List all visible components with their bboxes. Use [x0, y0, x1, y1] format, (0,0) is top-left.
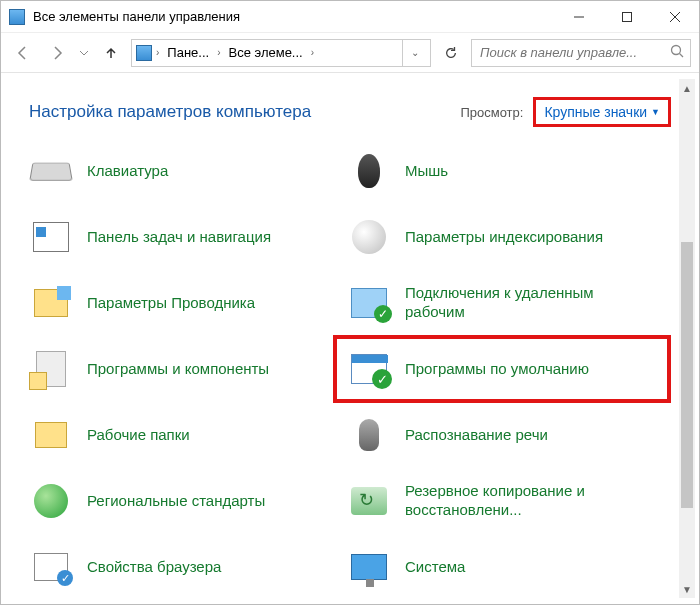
- cp-item-label: Система: [405, 558, 465, 577]
- app-icon: [9, 9, 25, 25]
- chevron-right-icon[interactable]: ›: [309, 47, 316, 58]
- cp-item-explorer[interactable]: Параметры Проводника: [29, 281, 339, 325]
- cp-item-label: Программы и компоненты: [87, 360, 269, 379]
- svg-rect-1: [623, 12, 632, 21]
- refresh-button[interactable]: [437, 39, 465, 67]
- cp-item-label: Региональные стандарты: [87, 492, 265, 511]
- cp-item-programs[interactable]: Программы и компоненты: [29, 347, 339, 391]
- content-area: Настройка параметров компьютера Просмотр…: [1, 73, 699, 604]
- keyboard-icon: [29, 149, 73, 193]
- chevron-right-icon[interactable]: ›: [215, 47, 222, 58]
- up-button[interactable]: [97, 39, 125, 67]
- cp-item-folders[interactable]: Рабочие папки: [29, 413, 339, 457]
- cp-item-browser[interactable]: Свойства браузера: [29, 545, 339, 589]
- titlebar: Все элементы панели управления: [1, 1, 699, 33]
- explorer-icon: [29, 281, 73, 325]
- cp-item-keyboard[interactable]: Клавиатура: [29, 149, 339, 193]
- cp-item-taskbar[interactable]: Панель задач и навигация: [29, 215, 339, 259]
- view-label: Просмотр:: [460, 105, 523, 120]
- control-panel-icon: [136, 45, 152, 61]
- scroll-track[interactable]: [679, 97, 695, 580]
- defaults-icon: [347, 347, 391, 391]
- cp-item-system[interactable]: Система: [347, 545, 657, 589]
- back-button[interactable]: [9, 39, 37, 67]
- speech-icon: [347, 413, 391, 457]
- svg-point-4: [672, 46, 681, 55]
- cp-item-label: Клавиатура: [87, 162, 168, 181]
- cp-item-label: Мышь: [405, 162, 448, 181]
- window-title: Все элементы панели управления: [33, 9, 240, 24]
- minimize-button[interactable]: [555, 1, 603, 33]
- cp-item-label: Параметры индексирования: [405, 228, 603, 247]
- search-icon[interactable]: [670, 44, 684, 61]
- cp-item-label: Программы по умолчанию: [405, 360, 589, 379]
- breadcrumb-current[interactable]: Все элеме...: [225, 45, 307, 60]
- browser-icon: [29, 545, 73, 589]
- search-box[interactable]: [471, 39, 691, 67]
- view-mode-dropdown[interactable]: Крупные значки ▼: [533, 97, 671, 127]
- breadcrumb-root[interactable]: Пане...: [163, 45, 213, 60]
- recent-dropdown[interactable]: [77, 39, 91, 67]
- scroll-thumb[interactable]: [681, 242, 693, 508]
- globe-icon: [29, 479, 73, 523]
- cp-item-backup[interactable]: Резервное копирование и восстановлени...: [347, 479, 657, 523]
- items-grid: КлавиатураМышьПанель задач и навигацияПа…: [29, 149, 671, 589]
- search-input[interactable]: [478, 44, 670, 61]
- svg-line-5: [680, 54, 684, 58]
- chevron-right-icon[interactable]: ›: [154, 47, 161, 58]
- programs-icon: [29, 347, 73, 391]
- breadcrumb[interactable]: › Пане... › Все элеме... › ⌄: [131, 39, 431, 67]
- scroll-down-button[interactable]: ▼: [679, 580, 695, 598]
- scroll-up-button[interactable]: ▲: [679, 79, 695, 97]
- cp-item-globe[interactable]: Региональные стандарты: [29, 479, 339, 523]
- system-icon: [347, 545, 391, 589]
- mouse-icon: [347, 149, 391, 193]
- breadcrumb-dropdown[interactable]: ⌄: [402, 40, 426, 66]
- backup-icon: [347, 479, 391, 523]
- index-icon: [347, 215, 391, 259]
- folders-icon: [29, 413, 73, 457]
- forward-button[interactable]: [43, 39, 71, 67]
- cp-item-index[interactable]: Параметры индексирования: [347, 215, 657, 259]
- scrollbar[interactable]: ▲ ▼: [679, 79, 695, 598]
- cp-item-label: Панель задач и навигация: [87, 228, 271, 247]
- cp-item-remote[interactable]: Подключения к удаленным рабочим: [347, 281, 657, 325]
- chevron-down-icon: ▼: [651, 107, 660, 117]
- page-title: Настройка параметров компьютера: [29, 102, 311, 122]
- cp-item-label: Рабочие папки: [87, 426, 190, 445]
- cp-item-label: Подключения к удаленным рабочим: [405, 284, 657, 322]
- taskbar-icon: [29, 215, 73, 259]
- cp-item-defaults[interactable]: Программы по умолчанию: [333, 335, 671, 403]
- close-button[interactable]: [651, 1, 699, 33]
- maximize-button[interactable]: [603, 1, 651, 33]
- view-mode-value: Крупные значки: [544, 104, 647, 120]
- cp-item-label: Параметры Проводника: [87, 294, 255, 313]
- cp-item-label: Распознавание речи: [405, 426, 548, 445]
- remote-icon: [347, 281, 391, 325]
- address-bar: › Пане... › Все элеме... › ⌄: [1, 33, 699, 73]
- cp-item-mouse[interactable]: Мышь: [347, 149, 657, 193]
- cp-item-speech[interactable]: Распознавание речи: [347, 413, 657, 457]
- cp-item-label: Резервное копирование и восстановлени...: [405, 482, 657, 520]
- cp-item-label: Свойства браузера: [87, 558, 221, 577]
